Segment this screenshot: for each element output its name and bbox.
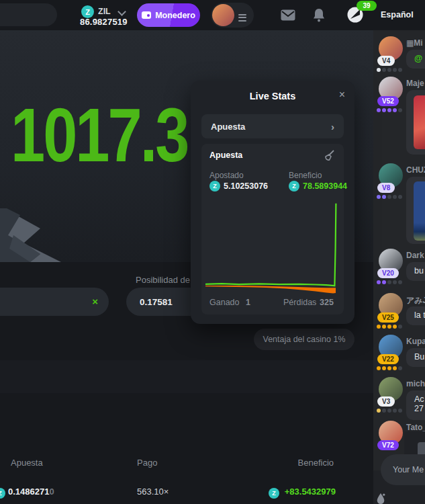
stats-section-title: Apuesta xyxy=(209,151,242,160)
chat-bubble: @ xyxy=(406,50,425,69)
house-edge-pill: Ventaja del casino 1% xyxy=(254,329,355,350)
level-badge: V3 xyxy=(377,396,395,407)
zil-currency-icon: Z xyxy=(269,488,279,499)
currency-code[interactable]: ZIL xyxy=(98,7,111,16)
profit-label: Beneficio xyxy=(289,171,322,180)
chat-username[interactable]: mich xyxy=(406,379,425,388)
level-badge: V72 xyxy=(377,440,399,450)
chat-username[interactable]: ▦Mi xyxy=(406,38,425,48)
reset-broom-icon[interactable] xyxy=(324,149,336,161)
wallet-icon xyxy=(142,11,151,19)
chevron-right-icon: › xyxy=(331,121,334,132)
target-multiplier-input[interactable]: × xyxy=(0,288,109,316)
game-toolbar: ? xyxy=(0,360,373,393)
wallet-button[interactable]: Monedero xyxy=(137,3,200,27)
profile-menu[interactable] xyxy=(211,3,254,28)
stats-mode-selector[interactable]: Apuesta › xyxy=(201,114,344,138)
top-bar: Z ZIL 86.9827519 Monedero 39 Español xyxy=(0,0,425,30)
level-dots xyxy=(377,409,402,413)
chat-username[interactable]: CHUZ xyxy=(406,165,425,175)
table-header-bet: Apuesta xyxy=(11,458,43,468)
chat-bubble: Bu xyxy=(406,348,425,367)
wagered-value: Z 5.10253076 xyxy=(209,181,268,192)
chat-bubble: Ac 27 xyxy=(406,390,425,420)
level-badge: V8 xyxy=(377,183,395,193)
level-badge: V4 xyxy=(377,56,395,66)
chat-username[interactable]: アみJ xyxy=(406,295,425,306)
close-icon[interactable]: × xyxy=(339,89,345,101)
chat-image-attachment[interactable] xyxy=(414,181,425,241)
profit-value: Z 78.5893944 xyxy=(289,181,347,192)
language-selector[interactable]: Español xyxy=(381,10,414,19)
table-header-profit: Beneficio xyxy=(269,458,334,468)
level-badge: V25 xyxy=(377,312,399,323)
level-badge: V52 xyxy=(377,96,399,106)
level-badge: V20 xyxy=(377,268,399,278)
stats-card: Apuesta Apostado Beneficio Z 5.10253076 … xyxy=(201,144,344,314)
level-dots xyxy=(377,68,402,72)
user-avatar[interactable] xyxy=(212,4,234,26)
profit-amount: +83.5432979 xyxy=(282,487,336,497)
bet-amount: 0.14862710 xyxy=(8,487,54,497)
chat-username[interactable]: Tato_ xyxy=(406,423,425,432)
payout-multiplier: 563.10× xyxy=(137,487,169,497)
losses-value: 325 xyxy=(320,298,334,307)
level-dots xyxy=(377,108,402,112)
losses-label: Pérdidas xyxy=(283,298,316,307)
stats-mode-label: Apuesta xyxy=(211,122,245,132)
zil-currency-icon: Z xyxy=(0,488,5,499)
live-stats-title: Live Stats xyxy=(191,91,355,101)
level-dots xyxy=(377,366,402,370)
level-badge: V22 xyxy=(377,354,399,364)
game-multiplier-result: 1017.3 xyxy=(11,97,187,173)
chat-message-input[interactable] xyxy=(381,454,425,485)
app-root: Z ZIL 86.9827519 Monedero 39 Español 101 xyxy=(0,0,425,504)
win-chance-label: Posibilidad de xyxy=(136,275,190,285)
zil-currency-icon: Z xyxy=(209,181,220,192)
notification-badge: 39 xyxy=(357,1,377,11)
mail-icon[interactable] xyxy=(281,9,295,21)
chat-image-attachment[interactable] xyxy=(414,95,425,149)
wins-label: Ganado xyxy=(209,298,239,307)
level-dots xyxy=(377,280,402,284)
wallet-button-label: Monedero xyxy=(155,11,195,20)
chat-bubble: bu xyxy=(406,262,425,281)
chat-username[interactable]: Kupa xyxy=(406,337,425,346)
search-input[interactable] xyxy=(0,3,57,26)
wins-value: 1 xyxy=(246,298,250,307)
chat-username[interactable]: Dark xyxy=(406,251,425,260)
wallet-balance[interactable]: 86.9827519 xyxy=(80,17,128,27)
multiplier-sign: × xyxy=(92,296,98,307)
table-header-payout: Pago xyxy=(137,458,157,468)
chat-username[interactable]: Maje xyxy=(406,79,425,88)
zil-currency-icon: Z xyxy=(289,181,299,192)
level-dots xyxy=(377,325,402,329)
menu-icon xyxy=(238,12,246,23)
level-dots xyxy=(377,195,402,199)
rain-drop-icon[interactable] xyxy=(376,493,385,504)
chevron-down-icon[interactable] xyxy=(117,7,126,16)
chat-bubble: la t xyxy=(406,306,425,325)
bell-icon[interactable] xyxy=(313,8,325,22)
live-stats-panel: Live Stats × Apuesta › Apuesta Apostado … xyxy=(191,81,355,324)
stats-chart xyxy=(205,202,340,297)
wagered-label: Apostado xyxy=(209,171,244,180)
